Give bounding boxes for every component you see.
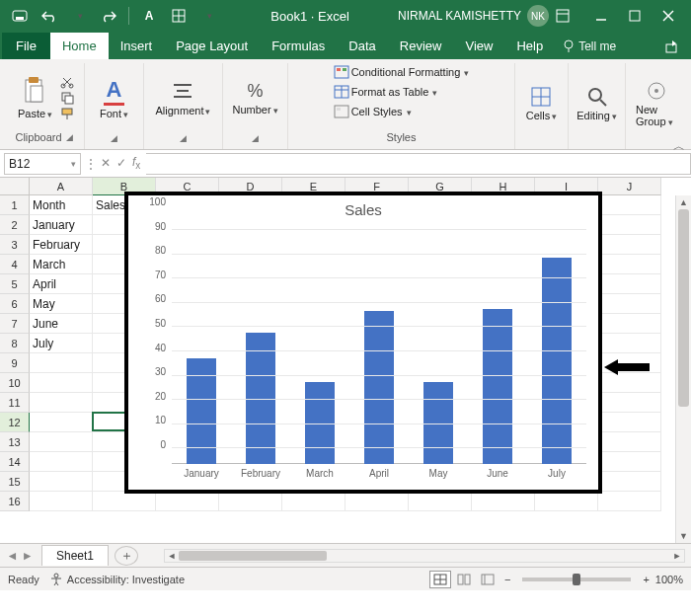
row-header-9[interactable]: 9 <box>0 353 30 373</box>
zoom-out-button[interactable]: − <box>500 574 514 585</box>
cell[interactable] <box>598 492 661 511</box>
name-box[interactable]: B12▾ <box>4 153 81 175</box>
cell[interactable] <box>535 492 598 511</box>
share-button[interactable] <box>655 34 689 59</box>
tab-view[interactable]: View <box>453 33 504 59</box>
cell[interactable] <box>30 353 93 373</box>
close-button[interactable] <box>652 4 685 28</box>
scroll-left-icon[interactable]: ◄ <box>165 550 179 562</box>
bar-april[interactable] <box>364 311 394 464</box>
clipboard-launcher-icon[interactable]: ◢ <box>66 132 73 142</box>
maximize-button[interactable] <box>618 4 652 28</box>
cut-icon[interactable] <box>60 75 74 89</box>
autosave-toggle[interactable] <box>6 4 34 28</box>
conditional-formatting-button[interactable]: Conditional Formatting <box>334 65 470 79</box>
scroll-right-icon[interactable]: ► <box>670 550 684 562</box>
row-header-15[interactable]: 15 <box>0 472 30 492</box>
vertical-scroll-thumb[interactable] <box>678 209 689 407</box>
minimize-button[interactable] <box>584 4 618 28</box>
row-header-3[interactable]: 3 <box>0 235 30 255</box>
row-header-6[interactable]: 6 <box>0 294 30 314</box>
cell[interactable] <box>598 215 661 235</box>
cell[interactable] <box>30 472 93 492</box>
ribbon-options-icon[interactable] <box>549 4 576 28</box>
row-header-2[interactable]: 2 <box>0 215 30 235</box>
cell[interactable] <box>598 432 661 452</box>
alignment-launcher-icon[interactable]: ◢ <box>180 133 187 143</box>
collapse-ribbon-icon[interactable]: ︿ <box>673 138 685 155</box>
zoom-in-button[interactable]: + <box>639 574 653 585</box>
horizontal-scroll-thumb[interactable] <box>179 551 327 561</box>
page-layout-view-icon[interactable] <box>453 571 475 588</box>
cell[interactable] <box>598 235 661 255</box>
paste-button[interactable]: Paste <box>14 74 56 121</box>
cell-styles-button[interactable]: Cell Styles <box>334 105 412 118</box>
qat-customize[interactable] <box>194 4 222 28</box>
col-header-J[interactable]: J <box>598 178 661 195</box>
horizontal-scrollbar[interactable]: ◄ ► <box>164 549 685 563</box>
cell[interactable] <box>30 413 93 432</box>
copy-icon[interactable] <box>60 91 74 105</box>
row-header-14[interactable]: 14 <box>0 452 30 472</box>
col-header-A[interactable]: A <box>30 178 93 195</box>
cell[interactable] <box>598 413 661 432</box>
cell[interactable]: April <box>30 274 93 294</box>
chart-title[interactable]: Sales <box>128 195 598 220</box>
redo-button[interactable] <box>95 4 122 28</box>
cell[interactable]: May <box>30 294 93 314</box>
new-group-button[interactable]: New Group <box>632 78 681 129</box>
cell[interactable] <box>598 452 661 472</box>
editing-group-button[interactable]: Editing <box>573 84 621 123</box>
number-group-button[interactable]: % Number <box>228 79 281 117</box>
row-header-1[interactable]: 1 <box>0 195 30 215</box>
cell[interactable]: March <box>30 255 93 274</box>
alignment-group-button[interactable]: Alignment <box>152 79 215 118</box>
cell[interactable] <box>156 492 219 511</box>
scroll-down-icon[interactable]: ▼ <box>676 529 691 543</box>
fx-icon[interactable]: fx <box>132 155 140 171</box>
cell[interactable]: July <box>30 334 93 353</box>
cell[interactable] <box>598 393 661 413</box>
cells-group-button[interactable]: Cells <box>522 84 561 123</box>
cell[interactable] <box>598 294 661 314</box>
row-header-10[interactable]: 10 <box>0 373 30 393</box>
cell[interactable] <box>93 492 156 511</box>
cell[interactable] <box>30 492 93 511</box>
undo-menu[interactable] <box>65 4 93 28</box>
tab-file[interactable]: File <box>2 33 50 59</box>
cell[interactable]: February <box>30 235 93 255</box>
font-color-qat[interactable]: A <box>135 4 163 28</box>
row-header-8[interactable]: 8 <box>0 334 30 353</box>
tab-data[interactable]: Data <box>337 33 387 59</box>
normal-view-icon[interactable] <box>429 571 451 588</box>
vertical-scrollbar[interactable]: ▲ ▼ <box>675 195 691 543</box>
bar-june[interactable] <box>483 309 512 464</box>
cell[interactable] <box>30 452 93 472</box>
cell[interactable] <box>30 373 93 393</box>
tab-home[interactable]: Home <box>50 33 109 59</box>
select-all-corner[interactable] <box>0 178 30 195</box>
cell[interactable]: Month <box>30 195 93 215</box>
borders-qat[interactable] <box>165 4 192 28</box>
sheet-nav-icon[interactable]: ◄ ► <box>0 549 39 563</box>
row-header-16[interactable]: 16 <box>0 492 30 511</box>
cancel-formula-icon[interactable]: ✕ <box>101 156 111 170</box>
zoom-level[interactable]: 100% <box>655 574 683 585</box>
avatar[interactable]: NK <box>527 5 549 27</box>
undo-button[interactable] <box>36 4 63 28</box>
chevron-down-icon[interactable]: ▾ <box>71 159 76 169</box>
sheet-tab-active[interactable]: Sheet1 <box>41 545 109 566</box>
worksheet-area[interactable]: ABCDEFGHIJ 12345678910111213141516 Month… <box>0 178 691 543</box>
number-launcher-icon[interactable]: ◢ <box>252 133 259 143</box>
row-header-5[interactable]: 5 <box>0 274 30 294</box>
chart-object[interactable]: Sales 0102030405060708090100 JanuaryFebr… <box>124 192 602 494</box>
scroll-up-icon[interactable]: ▲ <box>676 195 691 209</box>
tab-formulas[interactable]: Formulas <box>260 33 337 59</box>
bar-july[interactable] <box>542 258 572 464</box>
tab-page-layout[interactable]: Page Layout <box>164 33 260 59</box>
new-sheet-button[interactable]: ＋ <box>115 546 138 566</box>
zoom-slider[interactable] <box>522 578 631 581</box>
formula-input[interactable] <box>146 153 691 175</box>
row-header-4[interactable]: 4 <box>0 255 30 274</box>
tab-help[interactable]: Help <box>504 33 555 59</box>
